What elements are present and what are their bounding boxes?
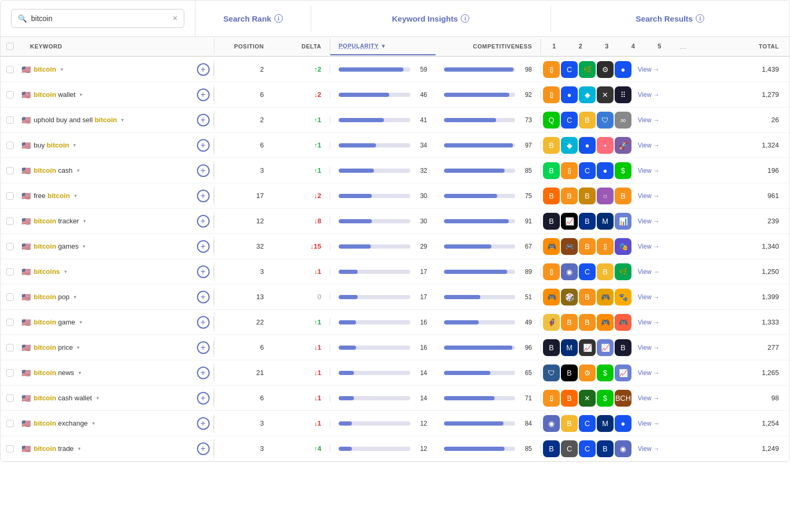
app-icon[interactable]: ● <box>561 86 578 103</box>
app-icon[interactable]: 🎮 <box>597 289 614 306</box>
add-keyword-button[interactable]: + <box>197 215 210 228</box>
view-link[interactable]: View → <box>634 142 664 149</box>
add-keyword-button[interactable]: + <box>197 139 210 152</box>
app-icon[interactable]: B <box>597 440 614 457</box>
app-icon[interactable]: 🌿 <box>579 61 596 78</box>
app-icon[interactable]: ₿ <box>543 61 560 78</box>
keyword-dropdown-icon[interactable]: ▾ <box>74 294 76 300</box>
app-icon[interactable]: ● <box>615 61 631 78</box>
app-icon[interactable]: 🎮 <box>597 314 614 331</box>
add-keyword-button[interactable]: + <box>197 88 210 101</box>
app-icon[interactable]: 📈 <box>615 364 631 381</box>
app-icon[interactable]: ◉ <box>615 440 631 457</box>
app-icon[interactable]: 📊 <box>615 213 631 230</box>
keyword-dropdown-icon[interactable]: ▾ <box>77 344 80 350</box>
app-icon[interactable]: 🎲 <box>561 289 578 306</box>
search-input[interactable] <box>31 14 169 23</box>
search-results-info-icon[interactable]: i <box>696 14 704 23</box>
app-icon[interactable]: C <box>561 440 578 457</box>
app-icon[interactable]: 🎮 <box>543 289 560 306</box>
app-icon[interactable]: 🐾 <box>615 289 631 306</box>
view-link[interactable]: View → <box>634 445 664 452</box>
keyword-dropdown-icon[interactable]: ▾ <box>78 370 81 376</box>
app-icon[interactable]: ⚙ <box>597 61 614 78</box>
add-keyword-button[interactable]: + <box>197 392 210 405</box>
app-icon[interactable]: B <box>543 339 560 356</box>
view-link[interactable]: View → <box>634 116 664 124</box>
row-checkbox[interactable] <box>6 445 14 452</box>
keyword-dropdown-icon[interactable]: ▾ <box>61 66 63 72</box>
keyword-dropdown-icon[interactable]: ▾ <box>64 269 67 274</box>
app-icon[interactable]: B <box>561 390 578 407</box>
app-icon[interactable]: B <box>579 238 596 255</box>
app-icon[interactable]: B <box>615 188 631 204</box>
app-icon[interactable]: ∞ <box>615 112 631 129</box>
app-icon[interactable]: ▪ <box>597 137 614 154</box>
row-checkbox[interactable] <box>6 116 14 124</box>
app-icon[interactable]: B <box>615 339 631 356</box>
app-icon[interactable]: ₿ <box>543 86 560 103</box>
row-checkbox[interactable] <box>6 243 14 250</box>
app-icon[interactable]: ◆ <box>561 137 578 154</box>
add-keyword-button[interactable]: + <box>197 190 210 202</box>
app-icon[interactable]: 🚀 <box>615 137 631 154</box>
app-icon[interactable]: C <box>579 415 596 432</box>
app-icon[interactable]: ₿ <box>543 263 560 280</box>
row-checkbox[interactable] <box>6 142 14 149</box>
app-icon[interactable]: B <box>543 213 560 230</box>
app-icon[interactable]: B <box>561 314 578 331</box>
view-link[interactable]: View → <box>634 369 664 377</box>
keyword-dropdown-icon[interactable]: ▾ <box>73 142 76 148</box>
view-link[interactable]: View → <box>634 344 664 351</box>
add-keyword-button[interactable]: + <box>197 417 210 430</box>
app-icon[interactable]: B <box>597 263 614 280</box>
view-link[interactable]: View → <box>634 66 664 73</box>
app-icon[interactable]: B <box>579 289 596 306</box>
row-checkbox[interactable] <box>6 420 14 427</box>
app-icon[interactable]: ○ <box>597 188 614 204</box>
app-icon[interactable]: B <box>579 112 596 129</box>
view-link[interactable]: View → <box>634 395 664 402</box>
app-icon[interactable]: ₿ <box>561 162 578 179</box>
col-header-popularity[interactable]: POPULARITY ▼ <box>330 37 436 55</box>
app-icon[interactable]: B <box>579 188 596 204</box>
app-icon[interactable]: Q <box>543 112 560 129</box>
keyword-dropdown-icon[interactable]: ▾ <box>92 420 95 426</box>
view-link[interactable]: View → <box>634 167 664 174</box>
view-link[interactable]: View → <box>634 218 664 225</box>
view-link[interactable]: View → <box>634 319 664 326</box>
app-icon[interactable]: M <box>597 415 614 432</box>
row-checkbox[interactable] <box>6 293 14 301</box>
app-icon[interactable]: B <box>543 188 560 204</box>
add-keyword-button[interactable]: + <box>197 164 210 177</box>
add-keyword-button[interactable]: + <box>197 341 210 354</box>
app-icon[interactable]: 🎮 <box>615 314 631 331</box>
app-icon[interactable]: C <box>561 61 578 78</box>
keyword-dropdown-icon[interactable]: ▾ <box>74 193 77 199</box>
app-icon[interactable]: ₿ <box>543 390 560 407</box>
app-icon[interactable]: ✕ <box>597 86 614 103</box>
app-icon[interactable]: B <box>543 137 560 154</box>
add-keyword-button[interactable]: + <box>197 240 210 253</box>
keyword-dropdown-icon[interactable]: ▾ <box>80 92 82 97</box>
keyword-dropdown-icon[interactable]: ▾ <box>83 243 85 249</box>
app-icon[interactable]: 🛡 <box>597 112 614 129</box>
app-icon[interactable]: $ <box>615 162 631 179</box>
app-icon[interactable]: 🎮 <box>543 238 560 255</box>
app-icon[interactable]: B <box>579 213 596 230</box>
app-icon[interactable]: B <box>543 162 560 179</box>
view-link[interactable]: View → <box>634 420 664 427</box>
app-icon[interactable]: B <box>561 415 578 432</box>
row-checkbox[interactable] <box>6 268 14 275</box>
row-checkbox[interactable] <box>6 66 14 73</box>
keyword-dropdown-icon[interactable]: ▾ <box>78 446 81 451</box>
row-checkbox[interactable] <box>6 192 14 200</box>
keyword-dropdown-icon[interactable]: ▾ <box>121 117 124 123</box>
row-checkbox[interactable] <box>6 319 14 326</box>
view-link[interactable]: View → <box>634 192 664 200</box>
app-icon[interactable]: C <box>579 263 596 280</box>
row-checkbox[interactable] <box>6 167 14 174</box>
app-icon[interactable]: 🎮 <box>561 238 578 255</box>
app-icon[interactable]: ✕ <box>579 390 596 407</box>
app-icon[interactable]: $ <box>597 364 614 381</box>
